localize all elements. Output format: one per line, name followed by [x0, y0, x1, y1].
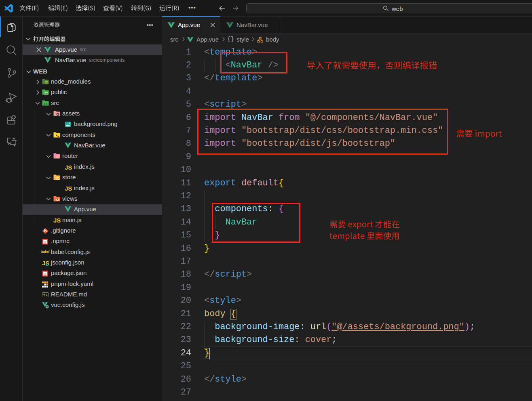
svg-text:JS: JS — [45, 82, 48, 84]
